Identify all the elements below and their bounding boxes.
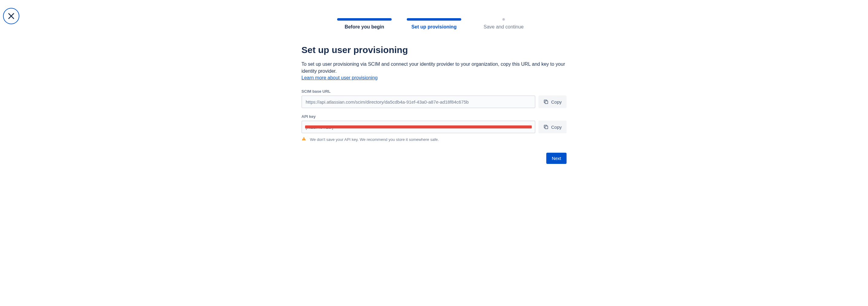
warning-icon	[302, 136, 306, 142]
copy-scim-url-button[interactable]: Copy	[538, 95, 566, 108]
copy-label: Copy	[551, 100, 562, 105]
step-set-up-provisioning[interactable]: Set up provisioning	[407, 18, 461, 30]
scim-url-row: Copy	[302, 95, 566, 108]
svg-rect-3	[545, 126, 548, 129]
svg-rect-4	[304, 138, 304, 139]
step-dot-wrapper	[476, 18, 531, 21]
content: Set up user provisioning To set up user …	[301, 45, 567, 164]
learn-more-link[interactable]: Learn more about user provisioning	[302, 75, 378, 81]
warning-text: We don't save your API key. We recommend…	[310, 137, 439, 142]
actions-row: Next	[302, 153, 566, 164]
copy-api-key-button[interactable]: Copy	[538, 120, 566, 133]
api-key-input-wrapper	[302, 120, 535, 133]
scim-url-label: SCIM base URL	[302, 89, 566, 93]
copy-icon	[543, 124, 549, 130]
step-progress-bar	[337, 18, 392, 21]
step-label: Before you begin	[345, 24, 384, 30]
page-title: Set up user provisioning	[302, 45, 566, 55]
redaction-bar	[305, 126, 532, 129]
api-key-label: API key	[302, 114, 566, 119]
step-progress-dot	[502, 18, 505, 21]
close-icon	[7, 12, 16, 20]
scim-url-field-group: SCIM base URL Copy	[302, 89, 566, 108]
page-description: To set up user provisioning via SCIM and…	[302, 61, 566, 75]
step-label: Save and continue	[484, 24, 524, 30]
stepper: Before you begin Set up provisioning Sav…	[301, 18, 567, 30]
main-container: Before you begin Set up provisioning Sav…	[301, 0, 567, 164]
copy-icon	[543, 99, 549, 105]
step-before-you-begin[interactable]: Before you begin	[337, 18, 392, 30]
svg-rect-5	[304, 140, 304, 140]
next-button[interactable]: Next	[546, 153, 566, 164]
api-key-field-group: API key Copy	[302, 114, 566, 142]
scim-url-input[interactable]	[302, 95, 535, 108]
step-label: Set up provisioning	[411, 24, 456, 30]
svg-rect-2	[545, 101, 548, 104]
step-progress-bar	[407, 18, 461, 21]
api-key-row: Copy	[302, 120, 566, 133]
close-button[interactable]	[3, 8, 19, 24]
api-key-warning: We don't save your API key. We recommend…	[302, 136, 566, 142]
copy-label: Copy	[551, 124, 562, 130]
step-save-and-continue[interactable]: Save and continue	[476, 18, 531, 30]
